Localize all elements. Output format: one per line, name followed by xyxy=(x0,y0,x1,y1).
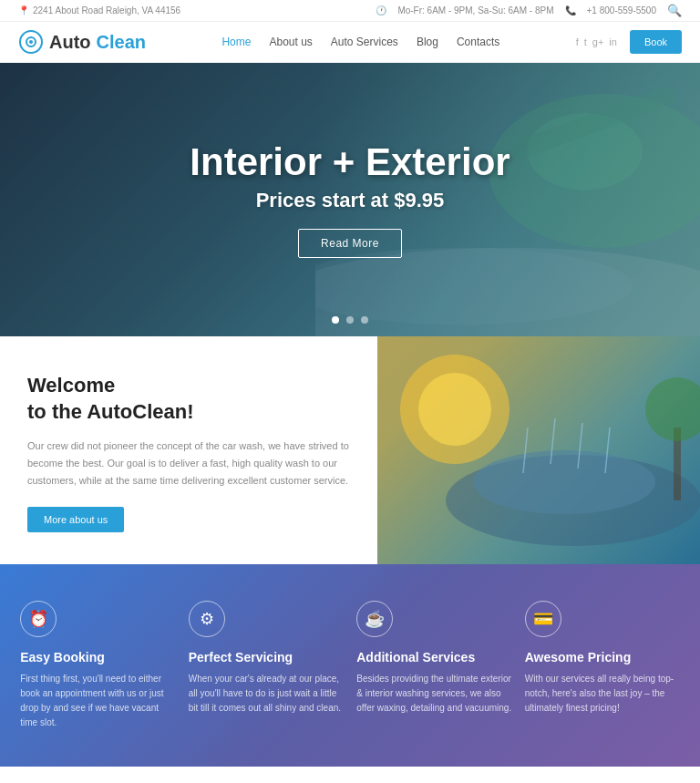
hours-icon: 🕐 xyxy=(376,5,386,15)
coffee-icon: ☕ xyxy=(365,609,385,629)
logo: AutoClean xyxy=(18,29,146,55)
hero-dot-3[interactable] xyxy=(361,316,368,324)
nav-about[interactable]: About us xyxy=(269,36,312,48)
additional-services-icon-wrap: ☕ xyxy=(356,601,393,637)
feature-desc-0: First thing first, you'll need to either… xyxy=(20,672,175,730)
nav-contacts[interactable]: Contacts xyxy=(457,36,499,48)
twitter-icon[interactable]: t xyxy=(584,36,587,47)
phone-icon: 📞 xyxy=(565,5,576,15)
nav-services[interactable]: Auto Services xyxy=(331,36,398,48)
perfect-servicing-icon-wrap: ⚙ xyxy=(189,601,225,637)
hero-dot-1[interactable] xyxy=(332,316,339,324)
feature-additional-services: ☕ Additional Services Besides providing … xyxy=(356,601,511,716)
search-icon[interactable]: 🔍 xyxy=(667,4,682,17)
features-section: ⏰ Easy Booking First thing first, you'll… xyxy=(0,564,700,767)
header-right: f t g+ in Book xyxy=(576,30,682,54)
nav-home[interactable]: Home xyxy=(221,36,251,48)
social-icons: f t g+ in xyxy=(576,36,617,47)
welcome-title: Welcome to the AutoClean! xyxy=(27,373,350,425)
feature-easy-booking: ⏰ Easy Booking First thing first, you'll… xyxy=(20,601,175,730)
welcome-text-area: Welcome to the AutoClean! Our crew did n… xyxy=(0,336,377,564)
gear-icon: ⚙ xyxy=(200,609,214,629)
packages-section: Car Washing Packages xyxy=(0,767,700,783)
awesome-pricing-icon-wrap: 💳 xyxy=(525,601,561,637)
feature-awesome-pricing: 💳 Awesome Pricing With our services all … xyxy=(525,601,680,716)
svg-point-10 xyxy=(418,373,491,446)
hero-dots xyxy=(332,316,368,324)
welcome-car-illustration xyxy=(377,336,700,564)
address-text: 2241 About Road Raleigh, VA 44156 xyxy=(33,5,180,15)
top-bar: 📍 2241 About Road Raleigh, VA 44156 🕐 Mo… xyxy=(0,0,700,22)
hero-section: Interior + Exterior Prices start at $9.9… xyxy=(0,63,700,336)
hero-dot-2[interactable] xyxy=(346,316,354,324)
feature-title-3: Awesome Pricing xyxy=(525,650,631,665)
facebook-icon[interactable]: f xyxy=(576,36,579,47)
welcome-image xyxy=(377,336,700,564)
welcome-section: Welcome to the AutoClean! Our crew did n… xyxy=(0,336,700,564)
feature-perfect-servicing: ⚙ Perfect Servicing When your car's alre… xyxy=(189,601,344,716)
hero-content: Interior + Exterior Prices start at $9.9… xyxy=(190,141,510,258)
header: AutoClean Home About us Auto Services Bl… xyxy=(0,22,700,63)
hours-text: Mo-Fr: 6AM - 9PM, Sa-Su: 6AM - 8PM xyxy=(397,5,553,15)
feature-title-2: Additional Services xyxy=(356,650,475,665)
google-icon[interactable]: g+ xyxy=(592,36,604,47)
more-about-button[interactable]: More about us xyxy=(27,507,124,532)
nav-blog[interactable]: Blog xyxy=(417,36,438,48)
easy-booking-icon-wrap: ⏰ xyxy=(20,601,57,637)
hero-subtitle: Prices start at $9.95 xyxy=(190,189,510,212)
wallet-icon: 💳 xyxy=(533,609,553,629)
clock-icon: ⏰ xyxy=(28,609,48,629)
hero-title: Interior + Exterior xyxy=(190,141,510,183)
logo-icon xyxy=(18,29,44,55)
book-button[interactable]: Book xyxy=(630,30,682,54)
feature-title-0: Easy Booking xyxy=(20,650,105,665)
logo-auto-text: Auto xyxy=(49,32,91,53)
top-bar-right: 🕐 Mo-Fr: 6AM - 9PM, Sa-Su: 6AM - 8PM 📞 +… xyxy=(376,4,682,17)
instagram-icon[interactable]: in xyxy=(609,36,617,47)
phone-text: +1 800-559-5500 xyxy=(587,5,656,15)
top-bar-address: 📍 2241 About Road Raleigh, VA 44156 xyxy=(18,5,180,15)
feature-title-1: Perfect Servicing xyxy=(189,650,293,665)
feature-desc-1: When your car's already at our place, al… xyxy=(189,672,344,716)
logo-clean-text: Clean xyxy=(97,32,146,53)
feature-desc-2: Besides providing the ultimate exterior … xyxy=(356,672,511,716)
location-icon: 📍 xyxy=(18,5,29,15)
hero-cta-button[interactable]: Read More xyxy=(298,229,402,258)
feature-desc-3: With our services all really being top-n… xyxy=(525,672,680,716)
welcome-description: Our crew did not pioneer the concept of … xyxy=(27,438,350,489)
svg-point-12 xyxy=(473,450,655,514)
svg-point-2 xyxy=(29,40,33,44)
main-nav: Home About us Auto Services Blog Contact… xyxy=(221,36,499,48)
